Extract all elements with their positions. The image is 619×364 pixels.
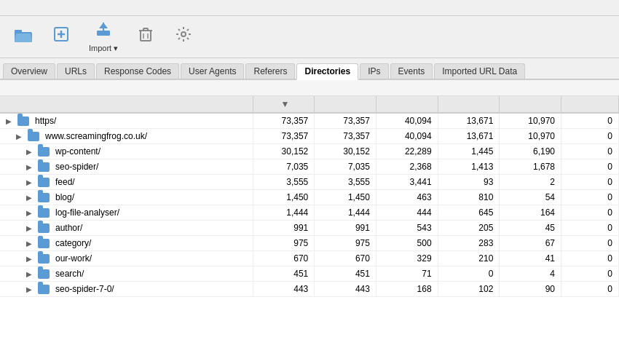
- cell-allBots: 1,444: [315, 205, 376, 221]
- expand-icon[interactable]: ▶: [26, 255, 35, 263]
- cell-allBots: 73,357: [315, 129, 376, 144]
- path-text: www.screamingfrog.co.uk/: [45, 131, 147, 141]
- cell-googlebotSmartphone: 10,970: [500, 113, 561, 129]
- table-row[interactable]: ▶ seo-spider-7-0/ 443443168102900: [0, 282, 619, 297]
- svg-rect-6: [97, 31, 110, 36]
- cell-googlebot: 500: [376, 236, 438, 251]
- folder-icon: [28, 132, 39, 141]
- path-text: wp-content/: [55, 146, 100, 157]
- cell-googlebot: 329: [376, 251, 438, 266]
- svg-point-16: [181, 32, 186, 36]
- expand-icon[interactable]: ▶: [6, 117, 15, 125]
- cell-allBots: 451: [315, 266, 376, 282]
- cell-allBots: 670: [315, 251, 376, 266]
- col-all-bots[interactable]: [315, 96, 376, 113]
- cell-goog: 0: [561, 282, 619, 297]
- open-button[interactable]: [6, 19, 41, 55]
- cell-bingbot: 645: [438, 205, 500, 221]
- cell-bingbot: 210: [438, 251, 500, 266]
- table-row[interactable]: ▶ blog/ 1,4501,450463810540: [0, 190, 619, 205]
- delete-button[interactable]: [128, 19, 163, 55]
- col-goog[interactable]: [561, 96, 619, 113]
- path-text: seo-spider/: [55, 162, 98, 172]
- menu-project[interactable]: [4, 7, 16, 9]
- expand-icon[interactable]: ▶: [26, 224, 35, 232]
- cell-numEvents: 991: [253, 221, 315, 236]
- cell-googlebotSmartphone: 2: [500, 175, 561, 190]
- expand-icon[interactable]: ▶: [16, 132, 25, 141]
- menu-licence[interactable]: [16, 7, 28, 9]
- cell-bingbot: 283: [438, 236, 500, 251]
- cell-googlebotSmartphone: 1,678: [500, 159, 561, 175]
- cell-bingbot: 0: [438, 266, 500, 282]
- sort-arrow: ▼: [280, 99, 289, 109]
- folder-icon: [38, 147, 50, 157]
- cell-numEvents: 30,152: [253, 144, 315, 159]
- table-row[interactable]: ▶ seo-spider/ 7,0357,0352,3681,4131,6780: [0, 159, 619, 175]
- delete-icon: [137, 25, 154, 47]
- cell-googlebotSmartphone: 54: [500, 190, 561, 205]
- expand-icon[interactable]: ▶: [26, 240, 35, 248]
- tab-imported-url-data[interactable]: Imported URL Data: [434, 63, 525, 79]
- tab-ips[interactable]: IPs: [360, 63, 388, 79]
- cell-goog: 0: [561, 205, 619, 221]
- table-container[interactable]: ▼: [0, 96, 619, 364]
- table-row[interactable]: ▶ feed/ 3,5553,5553,4419320: [0, 175, 619, 190]
- cell-goog: 0: [561, 113, 619, 129]
- table-row[interactable]: ▶ our-work/ 670670329210410: [0, 251, 619, 266]
- svg-rect-9: [141, 31, 151, 41]
- tab-directories[interactable]: Directories: [296, 63, 358, 80]
- table-row[interactable]: ▶ www.screamingfrog.co.uk/ 73,35773,3574…: [0, 129, 619, 144]
- table-row[interactable]: ▶ search/ 45145171040: [0, 266, 619, 282]
- expand-icon[interactable]: ▶: [26, 148, 35, 156]
- tab-response-codes[interactable]: Response Codes: [96, 63, 179, 79]
- table-row[interactable]: ▶ log-file-analyser/ 1,4441,444444645164…: [0, 205, 619, 221]
- filter-bar: [0, 80, 619, 96]
- cell-googlebotSmartphone: 10,970: [500, 129, 561, 144]
- expand-icon[interactable]: ▶: [26, 285, 35, 293]
- col-path[interactable]: [0, 96, 253, 113]
- cell-googlebot: 543: [376, 221, 438, 236]
- settings-icon: [175, 25, 192, 47]
- cell-allBots: 7,035: [315, 159, 376, 175]
- cell-bingbot: 1,445: [438, 144, 500, 159]
- cell-googlebot: 40,094: [376, 129, 438, 144]
- tab-events[interactable]: Events: [390, 63, 433, 79]
- tab-user-agents[interactable]: User Agents: [181, 63, 244, 79]
- col-googlebot[interactable]: [376, 96, 438, 113]
- path-text: feed/: [55, 177, 75, 187]
- folder-icon: [17, 116, 29, 126]
- expand-icon[interactable]: ▶: [26, 209, 35, 217]
- settings-button[interactable]: [166, 19, 201, 55]
- tab-urls[interactable]: URLs: [57, 63, 95, 79]
- expand-icon[interactable]: ▶: [26, 163, 35, 171]
- cell-bingbot: 13,671: [438, 113, 500, 129]
- cell-googlebotSmartphone: 4: [500, 266, 561, 282]
- cell-bingbot: 1,413: [438, 159, 500, 175]
- new-button[interactable]: [44, 19, 79, 55]
- menu-help[interactable]: [28, 7, 39, 9]
- table-row[interactable]: ▶ category/ 975975500283670: [0, 236, 619, 251]
- cell-googlebot: 168: [376, 282, 438, 297]
- expand-icon[interactable]: ▶: [26, 178, 35, 186]
- cell-bingbot: 102: [438, 282, 500, 297]
- tab-overview[interactable]: Overview: [3, 63, 55, 79]
- table-row[interactable]: ▶ wp-content/ 30,15230,15222,2891,4456,1…: [0, 144, 619, 159]
- col-bingbot[interactable]: [438, 96, 500, 113]
- col-num-events[interactable]: ▼: [253, 96, 315, 113]
- path-text: blog/: [55, 192, 74, 202]
- tab-referers[interactable]: Referers: [245, 63, 295, 79]
- cell-googlebot: 40,094: [376, 113, 438, 129]
- expand-icon[interactable]: ▶: [26, 270, 35, 278]
- import-button[interactable]: Import ▾: [82, 19, 125, 55]
- cell-allBots: 30,152: [315, 144, 376, 159]
- cell-allBots: 1,450: [315, 190, 376, 205]
- cell-allBots: 73,357: [315, 113, 376, 129]
- expand-icon[interactable]: ▶: [26, 194, 35, 202]
- path-text: https/: [35, 116, 56, 126]
- col-googlebot-smartphone[interactable]: [500, 96, 561, 113]
- table-row[interactable]: ▶ https/ 73,35773,35740,09413,67110,9700: [0, 113, 619, 129]
- toolbar: Import ▾: [0, 16, 619, 58]
- cell-goog: 0: [561, 236, 619, 251]
- table-row[interactable]: ▶ author/ 991991543205450: [0, 221, 619, 236]
